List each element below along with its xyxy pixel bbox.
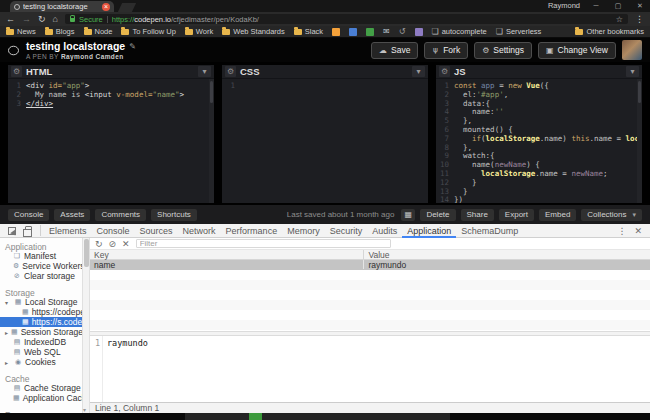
bookmark-slack[interactable]: Slack [294,27,323,36]
devtools-tab-memory[interactable]: Memory [282,224,325,238]
collections-button[interactable]: Collections▾ [581,209,642,221]
key-column-header[interactable]: Key [90,250,364,259]
sidebar-item-application-cache[interactable]: ▦Application Cache [0,393,82,403]
browser-tab[interactable]: testing localstorage × [10,1,114,12]
share-button[interactable]: Share [461,209,494,221]
bookmark-web-standards[interactable]: Web Standards [222,27,285,36]
value-preview-pane[interactable]: 1 raymundo [90,336,650,402]
js-code-editor[interactable]: 1const app = new Vue({2 el:'#app',3 data… [436,79,642,203]
panel-gear-icon[interactable]: ⚙ [439,66,450,77]
bookmark-autocomplete[interactable]: ❏autocomplete [432,27,487,36]
panel-gear-icon[interactable]: ⚙ [225,66,236,77]
app-favicon-purple[interactable] [415,28,423,36]
window-minimize-icon[interactable]: ─ [590,2,602,9]
shortcuts-button[interactable]: Shortcuts [151,209,197,221]
devtools-tab-network[interactable]: Network [178,224,221,238]
sidebar-item-https-codepen-io[interactable]: ▦https://codepen.io [0,307,82,317]
mail-favicon[interactable]: ✉ [383,28,390,36]
delete-selected-icon[interactable]: ✕ [122,238,130,250]
devtools-tab-security[interactable]: Security [325,224,368,238]
forward-icon[interactable]: → [22,12,31,26]
devtools-tab-console[interactable]: Console [92,224,135,238]
chrome-menu-icon[interactable]: ⋮ [635,14,644,24]
reload-icon[interactable]: ↻ [38,12,46,26]
window-close-icon[interactable]: ✕ [634,2,646,10]
sidebar-item-cookies[interactable]: ▸◉Cookies [0,357,82,367]
change-view-button[interactable]: ▣ Change View [538,42,616,59]
bookmark-node[interactable]: Node [84,27,113,36]
assets-button[interactable]: Assets [54,209,90,221]
device-toolbar-icon[interactable] [25,226,32,235]
sidebar-item-service-workers[interactable]: ⚙Service Workers [0,261,82,271]
tab-close-icon[interactable]: × [102,3,110,11]
other-bookmarks[interactable]: Other bookmarks [575,27,644,36]
devtools-tab-application[interactable]: Application [402,224,456,238]
profile-button[interactable]: Raymond [548,1,580,10]
sidebar-item-cache-storage[interactable]: ▤Cache Storage [0,383,82,393]
bookmark-news[interactable]: News [6,27,36,36]
settings-button[interactable]: ⚙ Settings [474,42,532,59]
chevron-down-icon[interactable]: ▾ [626,66,639,77]
app-favicon-green[interactable] [366,28,374,36]
back-icon[interactable]: ← [6,12,15,26]
sidebar-item-https-s-codepen-io[interactable]: ▦https://s.codepen.io [0,317,82,327]
refresh-icon[interactable]: ↻ [95,238,103,250]
html-code-editor[interactable]: 1<div id="app">2 My name is <input v-mod… [8,79,214,203]
expander-down-icon[interactable]: ▾ [5,299,11,306]
clear-all-icon[interactable]: ⊘ [109,238,117,250]
home-icon[interactable]: ⌂ [53,12,58,26]
window-maximize-icon[interactable]: ▢ [612,2,624,10]
inspect-element-icon[interactable] [8,227,16,235]
chevron-down-icon[interactable]: ▾ [412,66,425,77]
editor-scrollbar[interactable] [209,79,214,203]
bookmark-to-follow-up[interactable]: To Follow Up [121,27,175,36]
sidebar-item-local-storage[interactable]: ▾▦Local Storage [0,297,82,307]
devtools-tab-audits[interactable]: Audits [367,224,402,238]
devtools-menu-icon[interactable]: ⋮ [617,226,626,236]
export-button[interactable]: Export [499,209,534,221]
value-column-header[interactable]: Value [364,250,650,259]
expander-right-icon[interactable]: ▸ [5,359,11,366]
devtools-tab-schemadump[interactable]: SchemaDump [456,224,523,238]
edit-title-icon[interactable]: ✎ [129,42,136,51]
doc-icon: ❏ [13,252,21,260]
sidebar-item-indexeddb[interactable]: ▤IndexedDB [0,337,82,347]
address-bar[interactable]: Secure https://codepen.io/cfjedimaster/p… [65,14,628,24]
sidebar-item-manifest[interactable]: ❏Manifest [0,251,82,261]
panel-gear-icon[interactable]: ⚙ [11,66,22,77]
new-tab-button[interactable] [118,3,136,12]
console-button[interactable]: Console [8,209,49,221]
delete-button[interactable]: Delete [420,209,455,221]
storage-row[interactable]: nameraymundo [90,260,650,270]
bookmark-serverless[interactable]: ❏Serverless [496,27,542,36]
devtools-tab-sources[interactable]: Sources [135,224,178,238]
fork-button[interactable]: ⋔ Fork [424,42,468,59]
editor-scrollbar[interactable] [637,79,642,203]
codepen-favicon-icon [14,4,20,10]
sidebar-item-label: Manifest [24,251,56,261]
sidebar-item-session-storage[interactable]: ▸▦Session Storage [0,327,82,337]
filter-input[interactable] [136,239,391,248]
css-code-editor[interactable]: 1 [222,79,428,203]
sidebar-scrollbar[interactable] [83,238,90,413]
chevron-down-icon[interactable]: ▾ [198,66,211,77]
expander-right-icon[interactable]: ▸ [5,329,8,336]
save-button[interactable]: ☁ Save [371,42,418,59]
devtools-tab-performance[interactable]: Performance [221,224,283,238]
empty-rows-area[interactable] [90,270,650,331]
bookmark-blogs[interactable]: Blogs [45,27,75,36]
saved-versions-icon[interactable]: ▦ [401,209,415,221]
sidebar-item-clear-storage[interactable]: ⊘Clear storage [0,271,82,281]
sync-favicon[interactable]: ↺ [399,28,406,36]
storage-toolbar: ↻ ⊘ ✕ [90,238,650,250]
app-favicon-blue[interactable] [349,28,357,36]
user-avatar[interactable] [622,40,642,60]
analytics-favicon[interactable] [332,28,340,36]
bookmark-work[interactable]: Work [185,27,213,36]
bookmark-star-icon[interactable]: ☆ [616,15,623,24]
devtools-tab-elements[interactable]: Elements [44,224,92,238]
comments-button[interactable]: Comments [95,209,146,221]
embed-button[interactable]: Embed [539,209,576,221]
devtools-close-icon[interactable]: ✕ [634,226,642,236]
sidebar-item-web-sql[interactable]: ▤Web SQL [0,347,82,357]
